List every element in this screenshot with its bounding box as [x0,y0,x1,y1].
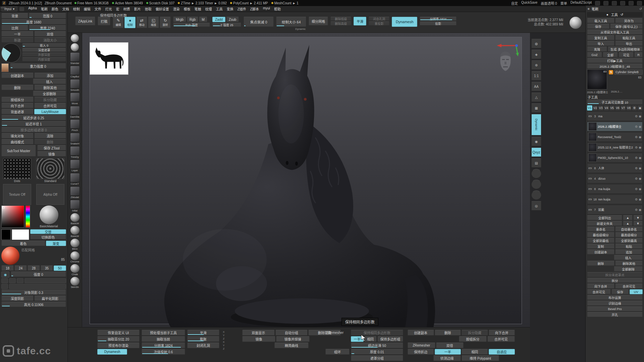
brush-item[interactable]: ClayBui [70,66,80,78]
axis-toggle-z[interactable]: Z [221,337,226,340]
material-item[interactable]: BasicM [70,213,79,225]
record-icon[interactable] [1,278,8,283]
quick-pick-1[interactable] [71,34,79,42]
gear-icon[interactable]: ⚙ [635,135,638,139]
dynamic-button[interactable]: Dynamic [531,114,541,135]
panel-button[interactable]: 扁平化阴影 [34,296,66,301]
del-lower-button[interactable]: 删除低级 [330,17,351,21]
pen-icon[interactable] [595,1,600,5]
panel-button[interactable]: 向下合并 [587,284,614,289]
local-symmetry-icon[interactable]: ◉ [531,137,541,146]
gear-icon[interactable]: ⚙ [635,198,638,201]
panel-button[interactable]: 删除 [435,330,461,336]
panel-button[interactable]: 比例 [1,25,28,31]
panel-button[interactable]: 内部深度 [22,57,66,61]
pause-icon[interactable] [9,278,16,283]
panel-button[interactable]: 拆分隐藏 [34,97,66,102]
panel-button[interactable]: 复制 [587,244,614,249]
subtool-row[interactable]: ▭3ma⚙◉ [587,111,643,121]
subtool-row[interactable]: 2025.12.9_new 骷髅骑士2⚙◉ [587,142,643,152]
subtool-tab-v1[interactable]: V1 [587,105,592,111]
panel-button[interactable]: 新建文件夹 [587,221,622,226]
panel-button[interactable]: 重命名 [587,227,614,232]
panel-button[interactable]: 删除其他 [615,261,643,266]
panel-button[interactable]: 背面遮罩 [1,109,34,114]
panel-button[interactable]: 导出 [615,41,643,46]
dynamic-tag[interactable]: Dynamic [276,27,306,31]
menu-item[interactable]: myui [261,6,272,11]
subtool-tab-v5[interactable]: V5 [609,105,615,111]
panel-button[interactable]: 另存为 [615,18,643,23]
perspective-icon[interactable]: △ [531,93,541,102]
del-higher-button[interactable]: 删除高级 [330,21,351,25]
gear-icon[interactable]: ⚙ [635,187,638,191]
texture-off-thumbnail[interactable]: Texture Off [3,184,31,205]
panel-button[interactable]: 50 [54,265,66,271]
gear-icon[interactable]: ⚙ [632,105,637,111]
panel-button[interactable]: 添加 [34,73,66,78]
axis-toggle-x[interactable]: X [221,330,226,334]
alpha-off-thumbnail[interactable]: Alpha Off [36,184,64,205]
panel-button[interactable]: 预处理当前子工具 [142,330,185,336]
panel-button[interactable]: 新建 [1,37,34,43]
panel-button[interactable]: 精简曲线 [274,343,309,348]
panel-button[interactable]: 布尔运算 [587,295,643,300]
subtool-tab-v8[interactable]: V8 [626,105,632,111]
camera-head-icon[interactable] [498,50,513,74]
titlebar-item[interactable]: 画面透明 0 [541,1,557,6]
subtool-row[interactable]: ▭18ren kuijia⚙◉ [587,194,643,204]
slider[interactable]: 子工具可见数量 10 [587,100,643,105]
subtool-tab-v7[interactable]: V7 [621,105,626,111]
panel-button[interactable]: 按组拆分 [1,97,34,102]
panel-button[interactable]: 全部删除 [33,91,66,96]
titlebar-item[interactable]: DefaultZScript [571,1,592,6]
menu-item[interactable]: 笔触 [193,6,203,11]
eye-icon[interactable]: ◉ [639,115,641,118]
slider[interactable]: 重力强度 0 [10,63,66,69]
gear-icon[interactable]: ⚙ [635,208,638,212]
smooth-button[interactable]: 平滑 [354,17,366,25]
panel-button[interactable]: ZRemesher [408,343,435,348]
subtool-row[interactable]: 2026.2.3骷髅骑士⚙◉ [587,122,643,131]
edit-tool-active[interactable]: ●绘制 [124,17,136,28]
panel-button[interactable]: 全部到最低 [587,238,614,243]
panel-button[interactable]: ▲ [623,221,632,226]
panel-button[interactable]: 遮罩分组 [351,355,403,361]
panel-button[interactable]: 全部 [603,52,618,57]
panel-button[interactable]: 最低级细分 [587,232,614,237]
subtool-master-button[interactable]: SubTool Master [1,145,36,157]
subtool-row[interactable]: ▭4dizuo⚙◉ [587,174,643,183]
material-ball-3[interactable] [531,190,541,200]
axis-toggle-z[interactable]: Z [221,347,226,350]
panel-button[interactable]: 一半 [1,31,34,37]
panel-button[interactable]: 创建副本 [587,249,614,254]
red-material-sphere[interactable] [1,247,19,265]
slider[interactable]: 对象阴影 0.3 [1,290,66,295]
projection-master-button[interactable]: 打稿 [98,17,110,25]
panel-button[interactable]: 封闭孔洞 [187,343,219,348]
menu-item[interactable]: 颜色 [50,6,60,11]
eye-icon[interactable]: ◉ [639,135,641,139]
panel-button[interactable]: 外部深度 [22,53,66,57]
paint-mode-button[interactable]: M [199,17,207,22]
floor-grid-icon[interactable]: ▦ [531,103,541,113]
panel-button[interactable]: R [634,52,643,57]
panel-button[interactable]: 生成 多边形网格物体 [608,47,643,52]
panel-button[interactable]: 自动重命名 [615,227,643,232]
panel-button[interactable]: 删除 [1,85,34,90]
panel-button[interactable]: 预览布尔渲染 [97,343,140,348]
divide-button[interactable]: 细分网格 [309,17,328,25]
subtool-row[interactable]: ▭8ma kuijia⚙◉ [587,184,643,194]
quick-pick-2[interactable] [71,43,79,51]
panel-button[interactable]: Bevel Pro [587,306,643,311]
subtool-tab-v4[interactable]: V4 [604,105,609,111]
subtool-row[interactable]: ▭8人体⚙◉ [587,163,643,173]
material-item[interactable]: Chrome [70,251,79,263]
menu-item[interactable]: 偏好设置 [154,6,171,11]
subtool-tab-v6[interactable]: V6 [615,105,621,111]
brush-item[interactable]: Layer [70,160,80,172]
active-tool-thumbnail[interactable]: 83 [587,69,607,89]
eye-icon[interactable]: ◉ [639,198,641,201]
panel-button[interactable]: 拆分未遮罩点 [587,272,643,277]
panel-button[interactable]: 相同 [462,349,488,355]
